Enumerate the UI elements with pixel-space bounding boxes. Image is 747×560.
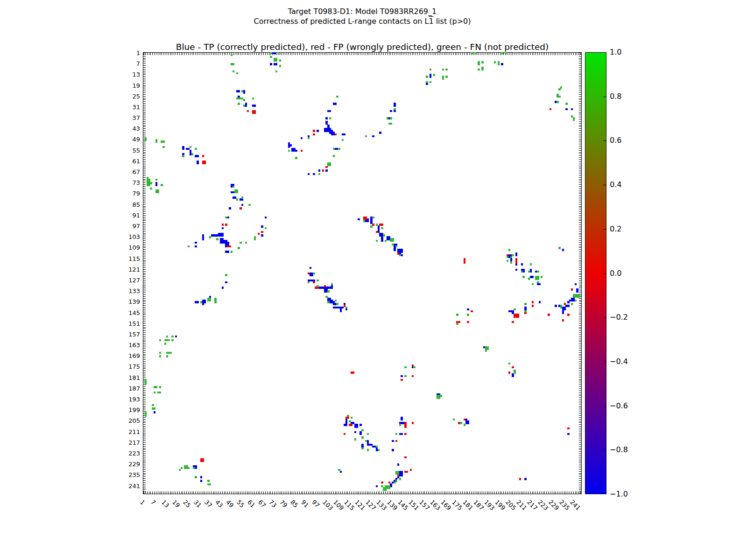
contact-point [190,146,191,148]
x-tick-label: 223 [536,499,549,511]
contact-point [308,173,310,175]
contact-point [519,478,521,480]
contact-point [325,117,327,119]
x-tick-label: 55 [236,499,246,509]
colorbar-tick-label: 0.6 [610,137,621,144]
contact-point [181,467,183,469]
contact-point [243,99,245,101]
contact-point [222,227,224,229]
contact-point [392,244,394,245]
contact-point [376,224,378,225]
contact-point [354,438,356,440]
colorbar-tick [603,317,606,318]
y-tick-label: 37 [120,115,140,121]
y-tick-label: 13 [120,71,140,78]
contact-point [338,148,340,150]
contact-point [512,373,514,377]
contact-point [279,59,281,61]
contact-point [404,375,406,377]
contact-point [390,117,392,119]
y-tick-label: 25 [120,93,140,100]
contact-point [399,424,401,426]
contact-point [227,245,231,247]
contact-point [433,74,435,76]
contact-point [152,404,154,406]
colorbar-tick [603,406,606,406]
x-tick-label: 19 [171,499,181,509]
contact-point [340,307,342,312]
contact-point [539,301,541,303]
contact-point [512,254,514,256]
contact-point [381,482,383,483]
contact-point [150,188,152,189]
contact-point [159,355,161,357]
contact-point [274,58,277,62]
y-tick-label: 31 [120,104,140,111]
contact-point [478,69,479,70]
y-tick-label: 67 [120,169,140,175]
y-tick-label: 175 [120,364,140,370]
colorbar-tick-label: −1.0 [610,490,628,498]
x-tick-label: 217 [526,499,538,511]
contact-point [161,140,164,142]
contact-point [166,336,168,337]
y-axis-minor-ticks-right [579,53,581,494]
contact-point [252,98,254,99]
contact-point [324,285,326,287]
y-tick-label: 55 [120,147,140,154]
contact-point [404,471,408,473]
contact-point [145,411,147,417]
contact-point [464,258,465,264]
x-tick-label: 13 [161,499,170,509]
contact-point [327,110,331,112]
contact-point [240,198,243,200]
contact-point [265,227,267,229]
contact-point [397,463,399,465]
contact-point [397,474,399,476]
contact-point [315,287,318,288]
contact-point [354,424,358,427]
contact-point [412,375,414,377]
contact-point [565,108,567,110]
x-tick-label: 145 [397,499,409,511]
contact-point [392,440,394,442]
contact-point [252,105,256,106]
contact-point [195,476,197,478]
contact-point [225,224,227,225]
contact-point [317,130,318,132]
contact-point [501,63,503,65]
contact-point [363,220,365,222]
contact-point [412,422,414,424]
contact-point [522,276,524,278]
contact-point [349,424,352,426]
axes-title: Blue - TP (correctly predicted), red - F… [143,42,582,52]
contact-point [359,424,361,426]
x-tick-label: 211 [515,499,528,511]
contact-point [270,63,272,65]
y-tick-label: 205 [120,418,140,424]
contact-point [376,485,378,487]
contact-point [394,110,395,112]
contact-point [481,67,483,70]
x-tick-label: 79 [279,499,289,509]
contact-point [524,303,526,305]
contact-point [225,274,227,276]
contact-point [537,271,539,273]
contact-point [430,74,431,77]
contact-point [575,300,577,301]
contact-point [155,189,159,193]
contact-point [164,343,166,344]
contact-point [524,478,526,480]
contact-point [426,83,428,85]
y-tick-label: 199 [120,407,140,413]
contact-point [576,288,578,292]
contact-point [365,440,367,442]
contact-point [565,305,569,307]
colorbar-tick-label: 0.2 [610,225,621,233]
contact-point [327,301,329,303]
colorbar-tick-label: −0.6 [610,402,628,410]
contact-point [456,323,458,325]
contact-point [252,110,256,114]
contact-point [340,471,342,473]
colorbar-tick [603,362,606,362]
